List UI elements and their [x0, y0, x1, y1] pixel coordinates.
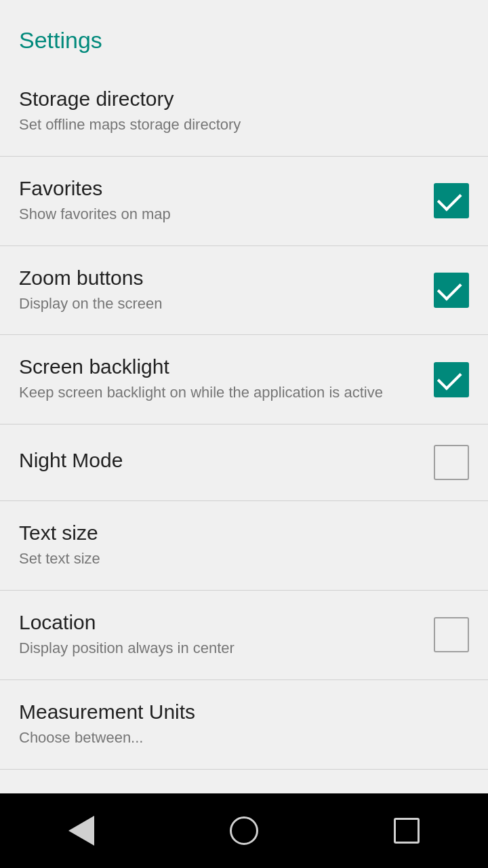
checkbox-screen-backlight[interactable] — [434, 362, 469, 397]
setting-title-screen-backlight: Screen backlight — [19, 355, 420, 378]
setting-title-favorites: Favorites — [19, 177, 420, 200]
setting-subtitle-storage-directory: Set offline maps storage directory — [19, 115, 455, 136]
setting-subtitle-location: Display position always in center — [19, 638, 420, 659]
setting-subtitle-favorites: Show favorites on map — [19, 204, 420, 225]
setting-item-measurement-units[interactable]: Measurement UnitsChoose between... — [0, 680, 488, 770]
setting-item-screen-backlight[interactable]: Screen backlightKeep screen backlight on… — [0, 335, 488, 425]
back-button[interactable] — [54, 804, 108, 858]
home-button[interactable] — [217, 804, 271, 858]
setting-item-zoom-buttons[interactable]: Zoom buttonsDisplay on the screen — [0, 246, 488, 336]
checkbox-favorites[interactable] — [434, 183, 469, 218]
setting-item-night-mode[interactable]: Night Mode — [0, 425, 488, 501]
setting-title-zoom-buttons: Zoom buttons — [19, 267, 420, 290]
checkbox-location[interactable] — [434, 617, 469, 652]
setting-subtitle-text-size: Set text size — [19, 549, 455, 570]
setting-title-text-size: Text size — [19, 521, 455, 545]
setting-subtitle-zoom-buttons: Display on the screen — [19, 294, 420, 315]
setting-title-night-mode: Night Mode — [19, 449, 420, 472]
settings-list: Storage directorySet offline maps storag… — [0, 67, 488, 793]
setting-item-favorites[interactable]: FavoritesShow favorites on map — [0, 157, 488, 246]
setting-item-storage-directory[interactable]: Storage directorySet offline maps storag… — [0, 67, 488, 157]
checkbox-zoom-buttons[interactable] — [434, 273, 469, 308]
recents-button[interactable] — [380, 804, 434, 858]
setting-item-text-size[interactable]: Text sizeSet text size — [0, 501, 488, 591]
setting-title-location: Location — [19, 611, 420, 634]
setting-item-location[interactable]: LocationDisplay position always in cente… — [0, 591, 488, 680]
checkbox-night-mode[interactable] — [434, 445, 469, 480]
page-title: Settings — [0, 0, 488, 67]
setting-title-storage-directory: Storage directory — [19, 87, 455, 111]
nav-bar — [0, 793, 488, 868]
setting-subtitle-measurement-units: Choose between... — [19, 728, 455, 749]
setting-title-measurement-units: Measurement Units — [19, 701, 455, 724]
setting-subtitle-screen-backlight: Keep screen backlight on while the appli… — [19, 382, 420, 403]
